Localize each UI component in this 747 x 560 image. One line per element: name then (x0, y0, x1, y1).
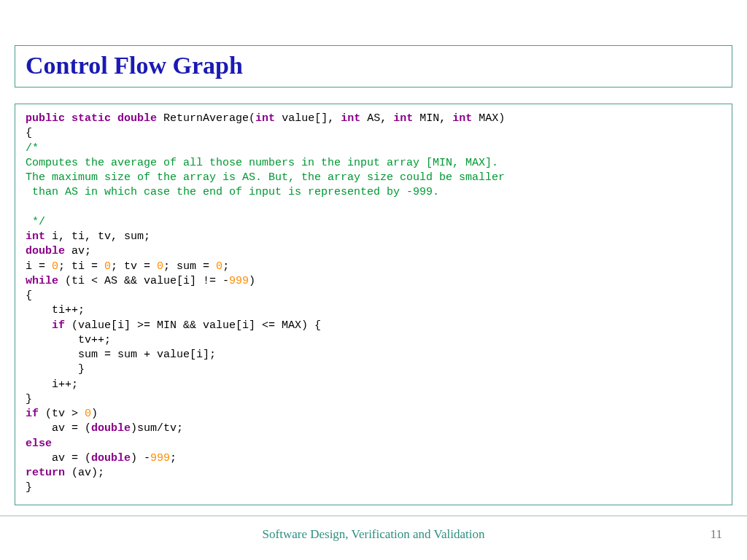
num: 999 (150, 452, 170, 464)
cond: (ti < AS && value[i] != - (58, 275, 229, 287)
footer-text: Software Design, Verification and Valida… (0, 527, 747, 542)
num: 0 (157, 260, 163, 273)
brace: } (26, 393, 32, 405)
kw-while: while (26, 275, 58, 287)
init: i = (26, 260, 52, 273)
kw-if: if (52, 319, 65, 332)
num: 999 (229, 275, 249, 287)
footer-rule (0, 516, 747, 516)
comment: Computes the average of all those number… (26, 157, 498, 169)
cond: (value[i] >= MIN && value[i] <= MAX) { (65, 319, 321, 332)
stmt: ti++; (26, 304, 85, 316)
comment: than AS in which case the end of input i… (26, 186, 439, 198)
page-title: Control Flow Graph (26, 52, 721, 79)
num: 0 (85, 408, 91, 420)
brace: { (26, 127, 32, 139)
stmt: (av); (65, 467, 104, 479)
kw-int: int (341, 112, 360, 125)
stmt: )sum/tv; (131, 422, 183, 435)
pad (26, 319, 52, 332)
comment: /* (26, 142, 39, 155)
code-block: public static double ReturnAverage(int v… (15, 104, 732, 505)
slide: Control Flow Graph public static double … (0, 0, 747, 560)
num: 0 (104, 260, 111, 273)
pad: av = ( (26, 422, 91, 435)
decl: i, ti, tv, sum; (45, 230, 150, 243)
fn-name: ReturnAverage( (157, 112, 255, 125)
cond: ) (249, 275, 255, 287)
brace: } (26, 481, 32, 494)
stmt: ; (170, 452, 177, 464)
kw-static: static (71, 112, 111, 125)
init: ; tv = (111, 260, 157, 273)
init: ; (222, 260, 229, 273)
num: 0 (216, 260, 222, 273)
page-number: 11 (711, 527, 722, 542)
kw-public: public (26, 112, 65, 125)
stmt: i++; (26, 378, 78, 391)
init: ; ti = (58, 260, 104, 273)
kw-if: if (26, 408, 39, 420)
init: ; sum = (163, 260, 216, 273)
kw-int: int (255, 112, 275, 125)
kw-double: double (91, 452, 131, 464)
comment: */ (26, 216, 45, 228)
kw-return: return (26, 467, 65, 479)
cond: ) (91, 408, 98, 420)
kw-double: double (91, 422, 131, 435)
decl: av; (65, 245, 91, 257)
kw-double: double (26, 245, 65, 257)
kw-int: int (393, 112, 413, 125)
num: 0 (52, 260, 58, 273)
param: MAX) (472, 112, 505, 125)
stmt: tv++; (26, 334, 111, 346)
comment: The maximum size of the array is AS. But… (26, 171, 505, 184)
kw-double: double (117, 112, 157, 125)
param: AS, (360, 112, 393, 125)
title-box: Control Flow Graph (15, 45, 732, 88)
cond: (tv > (39, 408, 85, 420)
brace: { (26, 289, 32, 302)
brace: } (26, 363, 85, 376)
stmt: sum = sum + value[i]; (26, 349, 216, 361)
kw-int: int (26, 230, 45, 243)
kw-else: else (26, 438, 52, 450)
pad: av = ( (26, 452, 91, 464)
kw-int: int (452, 112, 472, 125)
param: MIN, (413, 112, 452, 125)
stmt: ) - (131, 452, 150, 464)
param: value[], (275, 112, 341, 125)
